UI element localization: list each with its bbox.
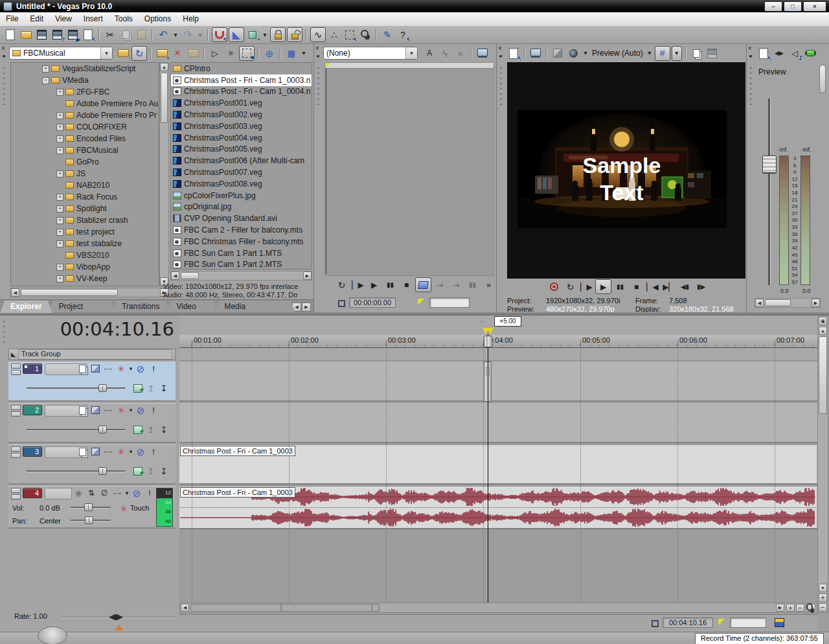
tree-item[interactable]: +FBCMusical [11,144,159,156]
marker-triangle-icon[interactable] [718,619,725,625]
compositing-mode-dropdown-icon[interactable]: ▾ [128,363,134,374]
tree-expander-icon[interactable]: + [56,135,63,143]
tree-item[interactable]: +Spotlight [11,203,159,214]
pin-icon[interactable] [648,617,662,630]
menu-options[interactable]: Options [139,12,177,26]
tree-item[interactable]: +2FG-FBC [11,86,159,98]
fit-to-fill-icon[interactable]: ▮▮ [465,278,480,292]
delete-icon[interactable]: × [170,47,185,60]
file-item[interactable]: cpColorFixerPlus.jpg [171,190,312,201]
drag-handle[interactable] [317,67,319,106]
save-project-icon[interactable] [34,28,49,41]
overwrite-mode-icon[interactable] [415,277,431,292]
track-motion-icon[interactable] [89,363,102,374]
file-item[interactable]: ChristmasPost001.veg [171,97,312,109]
whats-this-help-icon[interactable]: ?↖ [396,28,410,41]
scroll-thumb[interactable] [819,336,827,414]
file-item[interactable]: CPIntro [171,63,312,75]
scroll-up-icon[interactable]: ▲ [819,327,827,335]
auto-hide-icon[interactable]: ◂ [749,53,752,59]
file-item[interactable]: ChristmasPost006 (After Multi-cam [171,155,312,167]
file-item[interactable]: Christmas Post - Fri - Cam 1_0004.n [171,86,312,98]
menu-insert[interactable]: Insert [78,12,109,26]
track-number[interactable]: 3 [23,446,42,457]
slider-handle[interactable] [98,384,107,392]
split-screen-view-icon[interactable] [551,47,565,60]
tree-item[interactable]: +JS [11,168,159,179]
scroll-left-icon[interactable]: ◀ [171,271,179,280]
track-fx-icon[interactable]: ✳ [131,466,144,476]
track-routing-icon[interactable]: ⇅ [85,488,98,498]
file-item[interactable]: FBC Cam 2 - Filler for balcony.mts [171,224,312,236]
track-motion-icon[interactable] [89,446,102,457]
track-number[interactable]: 4 [23,488,42,498]
copy-icon[interactable] [119,28,133,41]
make-compositing-parent-icon[interactable]: ↥ [144,466,157,476]
slider-handle[interactable] [98,467,107,475]
add-media-up-to-cursor-icon[interactable]: ⇥ [433,278,448,292]
tree-expander-icon[interactable]: + [42,65,49,73]
file-item[interactable]: ChristmasPost007.veg [171,167,312,178]
file-item[interactable]: CVP Opening Standard.avi [171,213,312,224]
loop-playback-icon[interactable]: ↻ [334,278,349,292]
track3-header[interactable]: 3∘−∘✳▾⊘!✳↥↧ [8,444,176,485]
tree-item[interactable]: +VegasStabilizerScript [11,63,159,75]
track1-lane[interactable] [179,362,817,402]
tree-item[interactable]: GoPro [11,156,159,168]
undo-icon[interactable]: ↶ [156,28,170,41]
zoom-tool-icon[interactable] [806,604,815,612]
render-as-icon[interactable]: ▶ [65,28,80,41]
drag-handle[interactable] [500,67,502,106]
tree-item[interactable]: −VMedia [11,75,159,86]
scroll-right-icon[interactable]: ▶ [776,604,784,612]
master-hscrollbar[interactable]: ◀ ▶ [755,298,821,308]
save-trimmer-markers-icon[interactable]: A [422,47,437,60]
timeline-cursor[interactable] [488,334,488,603]
views-icon[interactable]: ▦ [284,47,299,60]
solo-icon[interactable]: ! [143,488,156,498]
stop-icon[interactable]: ■ [399,278,414,292]
compositing-mode-icon[interactable]: ✳ [115,405,128,415]
tree-item[interactable]: +Adobe Premiere Pro Pr [11,109,159,121]
auto-ripple-icon[interactable]: ◣ [229,27,244,42]
composite-connector-icon[interactable]: ∘−∘ [102,446,115,457]
cursor-marker-icon[interactable] [483,328,494,335]
cursor-handle[interactable] [484,336,492,347]
paste-icon[interactable] [134,28,148,41]
track-minimize-buttons[interactable] [11,446,21,458]
track-number[interactable]: 1 [23,363,42,374]
invert-track-phase-icon[interactable]: ∅ [98,488,111,498]
audio-event[interactable]: Christmas Post - Fri - Cam 1_0003 [179,486,817,529]
master-bus-properties-icon[interactable]: ↖ [756,47,771,60]
file-item[interactable]: FBC Sun Cam 1 Part 1.MTS [171,247,312,259]
redo-dropdown-icon[interactable]: ▾ [196,28,204,41]
track-fx-icon[interactable]: ✳ [131,424,144,435]
go-to-end-icon[interactable]: ▶▏ [661,280,676,293]
overlays-grid-icon[interactable]: # [655,46,670,61]
slider-handle[interactable] [84,503,93,511]
file-item[interactable]: ChristmasPost005.veg [171,144,312,155]
overlays-dropdown-icon[interactable]: ▾ [672,46,682,61]
track-group-bar[interactable]: ◣ Track Group [8,349,176,360]
tree-hscrollbar[interactable]: ◀ ▶ [10,288,169,297]
scroll-thumb[interactable] [190,604,380,612]
tree-expander-icon[interactable]: + [56,264,63,271]
zoom-out-icon[interactable]: − [796,604,804,612]
scroll-left-icon[interactable]: ◀ [755,299,764,307]
bus-dropdown-icon[interactable]: ▾ [124,488,130,498]
play-from-start-icon[interactable]: ▏▶ [350,278,365,292]
tab-media-generators[interactable]: Media Generators [214,301,295,313]
tabs-scroll-right-icon[interactable]: ▶ [302,303,311,312]
timeline-vscrollbar[interactable]: ▣ ▲ ▼ + − [817,316,828,613]
ripple-mode-dropdown-icon[interactable]: ▾ [261,28,269,41]
volume-value[interactable]: 0.0 dB [40,504,60,512]
trimmer-grip[interactable]: × ◂ [314,44,323,312]
mute-icon[interactable]: ⊘ [130,488,143,498]
scroll-left-icon[interactable]: ◀ [181,604,189,612]
solo-icon[interactable]: ! [147,405,160,415]
trimmer-workspace[interactable] [324,62,494,276]
timeline-hscrollbar[interactable]: ◀ ▶ + − [179,603,817,613]
open-in-audio-editor-icon[interactable]: ϟ [438,47,452,60]
automation-settings-icon[interactable]: ✳ [117,502,131,516]
views-dropdown-icon[interactable]: ▾ [300,47,308,60]
